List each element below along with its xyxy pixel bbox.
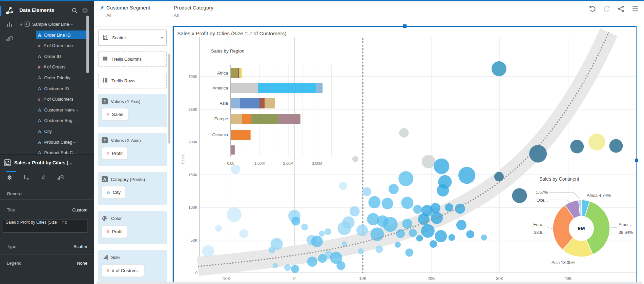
chip-label: Profit	[112, 229, 123, 234]
field-label: # of Orders	[43, 64, 65, 69]
drop-zone-trellis-rows[interactable]: Trellis Rows	[98, 73, 167, 88]
field-customer-seg-[interactable]: ACustomer Seg···	[38, 116, 92, 125]
filter-name: Product Category	[174, 5, 213, 11]
svg-text:-10K: -10K	[222, 276, 230, 281]
field-label: Customer ID	[44, 86, 69, 91]
field-label: Customer Nam···	[44, 107, 78, 113]
svg-text:30K: 30K	[496, 276, 503, 281]
chip-city[interactable]: ACity	[102, 186, 126, 199]
menu-icon[interactable]	[631, 5, 639, 13]
tab-analytics-icon[interactable]	[56, 174, 64, 182]
legend-property-row[interactable]: Legend None	[7, 261, 87, 266]
drop-zone-trellis-columns[interactable]: Trellis Columns	[98, 51, 167, 67]
visual-type-select[interactable]: Scatter ▾	[98, 29, 167, 46]
field-order-line-id[interactable]: AOrder Line ID	[36, 31, 89, 39]
chip-sales[interactable]: #Sales	[102, 108, 128, 121]
selection-handle-top[interactable]	[403, 24, 407, 28]
undo-icon[interactable]	[588, 5, 597, 13]
viz-title: Sales x Profit by Cities (Size = # of Cu…	[177, 31, 287, 37]
attribute-icon: A	[38, 129, 41, 134]
dataset-row[interactable]: ◢Sample Order Line···	[20, 20, 74, 28]
drop-zone-values-x-axis-[interactable]: #Values (X-Axis)#Profit	[98, 133, 167, 166]
svg-text:50K: 50K	[191, 238, 198, 242]
svg-text:0: 0	[293, 276, 296, 281]
svg-text:Europe: Europe	[214, 117, 228, 121]
tab-number-format-icon[interactable]: #	[39, 174, 47, 182]
attribute-icon: A	[38, 118, 41, 123]
field-label: # of Customers	[43, 97, 73, 102]
expander-triangle-icon[interactable]: ◢	[20, 22, 22, 26]
chart-title-input[interactable]: Sales x Profit by Cities (Size = # c	[3, 220, 87, 232]
property-label: Type	[7, 244, 16, 249]
drop-zone-values-y-axis-[interactable]: #Values (Y-Axis)#Sales	[98, 94, 167, 127]
svg-text:2.00M: 2.00M	[283, 161, 294, 165]
add-circle-icon[interactable]	[81, 6, 89, 15]
drop-zone-color[interactable]: Color#Profit	[98, 211, 167, 244]
svg-text:Asia 18.05%: Asia 18.05%	[552, 260, 575, 265]
svg-text:3.00M: 3.00M	[312, 161, 323, 165]
sidebar-scrollbar[interactable]	[86, 16, 89, 73]
title-property-row[interactable]: Title Custom	[7, 207, 87, 212]
visualization-config-panel: Scatter ▾ Trellis ColumnsTrellis Rows#Va…	[94, 26, 173, 284]
field-customer-nam-[interactable]: ACustomer Nam···	[38, 105, 92, 114]
zone-label: Trellis Rows	[111, 78, 135, 83]
visual-type-label: Scatter	[112, 35, 126, 40]
field--of-order-line-[interactable]: ## of Order Line···	[38, 41, 92, 50]
drop-zone-category-points-[interactable]: ACategory (Points)ACity	[98, 172, 167, 205]
field-order-id[interactable]: AOrder ID	[38, 52, 92, 61]
property-label: Legend	[7, 261, 21, 266]
svg-text:Euro...: Euro...	[533, 222, 546, 227]
horizontal-scrollbar[interactable]	[96, 282, 642, 284]
inset-bar-chart[interactable]: Sales by RegionAfricaAmericaAsiaEuropeOc…	[211, 48, 332, 165]
scatter-mini-icon	[4, 159, 11, 166]
svg-text:Sales: Sales	[181, 155, 185, 164]
svg-text:1.57%: 1.57%	[536, 190, 548, 195]
filter-customer-segment[interactable]: Customer Segment All	[100, 5, 150, 18]
donut-chart[interactable]: Sales by Continent9MAfrica 4.74%Amer...3…	[533, 176, 633, 265]
zone-label: Values (X-Axis)	[111, 138, 141, 143]
tab-axes-icon[interactable]	[22, 174, 30, 182]
data-elements-icon[interactable]	[5, 6, 14, 16]
chip-profit[interactable]: #Profit	[102, 147, 128, 160]
properties-header: Sales x Profit by Cities (...	[4, 159, 72, 166]
field-customer-id[interactable]: ACustomer ID	[38, 84, 92, 93]
field--of-orders[interactable]: ## of Orders	[38, 63, 92, 72]
active-tab-indicator	[6, 171, 16, 172]
properties-title: Sales x Profit by Cities (...	[14, 160, 72, 165]
measure-icon: #	[107, 112, 109, 117]
number-badge: #	[102, 98, 108, 104]
svg-text:300K: 300K	[188, 75, 198, 79]
selection-handle-right[interactable]	[635, 159, 638, 162]
measure-icon: #	[38, 97, 40, 102]
svg-text:150K: 150K	[188, 173, 198, 177]
measure-icon: #	[38, 64, 40, 69]
field-product-categ-[interactable]: AProduct Categ···	[38, 138, 92, 146]
svg-text:20K: 20K	[428, 276, 435, 281]
property-value: Custom	[72, 207, 87, 212]
filter-value: All	[106, 13, 150, 18]
zone-label: Color	[111, 216, 122, 221]
type-property-row[interactable]: Type Scatter	[7, 244, 87, 249]
visualization-canvas[interactable]: 050K100K150K200K250K300K-10K010K20K30K40…	[173, 26, 644, 284]
svg-text:Amer...: Amer...	[619, 222, 632, 227]
search-icon[interactable]	[70, 6, 79, 15]
measure-icon: #	[107, 268, 109, 273]
field-city[interactable]: ACity	[38, 127, 92, 136]
zone-label: Trellis Columns	[111, 57, 142, 62]
pin-icon	[100, 5, 104, 11]
canvas-plot[interactable]: 050K100K150K200K250K300K-10K010K20K30K40…	[173, 26, 644, 284]
number-badge: #	[102, 137, 108, 143]
field--of-customers[interactable]: ## of Customers	[38, 95, 92, 104]
tab-general-gear-icon[interactable]: ⚙	[5, 174, 14, 182]
field-order-priority[interactable]: AOrder Priority	[38, 73, 92, 82]
drop-zone-size[interactable]: Size## of Custom..	[98, 250, 167, 283]
chip-label: # of Custom..	[112, 268, 139, 273]
trellis-rows-icon	[102, 78, 108, 84]
config-scrollbar[interactable]	[168, 54, 170, 144]
attribute-icon: A	[38, 54, 41, 59]
chip-profit[interactable]: #Profit	[102, 225, 128, 238]
chip--of-custom-[interactable]: ## of Custom..	[102, 264, 144, 277]
share-icon[interactable]	[617, 5, 625, 13]
filter-product-category[interactable]: Product Category All	[174, 5, 213, 18]
svg-text:9M: 9M	[578, 225, 585, 231]
